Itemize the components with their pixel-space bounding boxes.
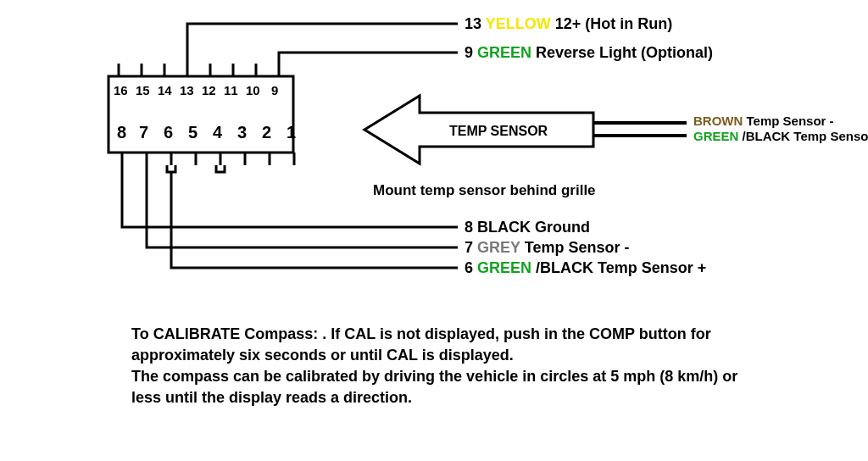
calib-line4: less until the display reads a direction… xyxy=(131,389,412,406)
connector: 16 15 14 13 12 11 10 9 8 7 6 5 4 3 2 1 xyxy=(108,64,296,172)
pin-3: 3 xyxy=(237,123,247,142)
pin-6: 6 xyxy=(164,123,173,142)
label-pin8: 8 BLACK Ground xyxy=(465,219,590,236)
calib-line3: The compass can be calibrated by driving… xyxy=(131,368,737,385)
pin-13: 13 xyxy=(180,83,194,97)
pin-7: 7 xyxy=(139,123,148,142)
pin-12: 12 xyxy=(202,83,216,97)
wire-pin13 xyxy=(187,24,458,64)
wiring-diagram: 16 15 14 13 12 11 10 9 8 7 6 5 4 3 2 1 1… xyxy=(0,0,868,461)
pin-8: 8 xyxy=(117,123,126,142)
label-pin7: 7 GREY Temp Sensor - xyxy=(465,239,629,256)
pin-16: 16 xyxy=(114,83,128,97)
temp-sensor-brown: BROWN Temp Sensor - xyxy=(693,114,834,128)
temp-sensor-greenblack: GREEN /BLACK Temp Sensor + xyxy=(693,129,868,143)
wire-pin7 xyxy=(147,165,458,247)
mount-note: Mount temp sensor behind grille xyxy=(373,182,596,198)
temp-sensor-label: TEMP SENSOR xyxy=(449,124,548,138)
label-pin6: 6 GREEN /BLACK Temp Sensor + xyxy=(465,259,706,276)
calibration-instructions: To CALIBRATE Compass: . If CAL is not di… xyxy=(131,325,737,406)
pin-15: 15 xyxy=(136,83,150,97)
pin-14: 14 xyxy=(158,83,172,97)
pin-1: 1 xyxy=(287,123,296,142)
pin-2: 2 xyxy=(262,123,271,142)
pin-11: 11 xyxy=(224,83,238,97)
pin-5: 5 xyxy=(188,123,198,142)
temp-sensor-arrow: TEMP SENSOR BROWN Temp Sensor - GREEN /B… xyxy=(364,96,868,164)
pin-4: 4 xyxy=(213,123,223,142)
label-pin13: 13 YELLOW 12+ (Hot in Run) xyxy=(465,15,672,32)
calib-line2: approximately six seconds or until CAL i… xyxy=(131,347,514,364)
pin-10: 10 xyxy=(246,83,260,97)
label-pin9: 9 GREEN Reverse Light (Optional) xyxy=(465,44,713,61)
wire-pin9 xyxy=(279,53,458,64)
pin-9: 9 xyxy=(271,83,278,97)
calib-line1: To CALIBRATE Compass: . If CAL is not di… xyxy=(131,325,711,342)
